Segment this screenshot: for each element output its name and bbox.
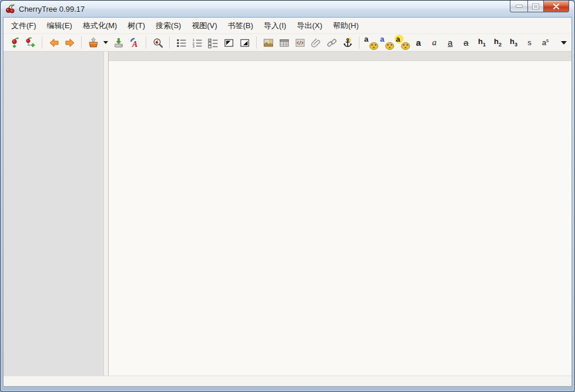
editor-pane — [109, 52, 571, 376]
link-icon — [326, 37, 338, 49]
menu-item-search[interactable]: 搜索(S) — [150, 18, 186, 33]
menu-item-file[interactable]: 文件(F) — [6, 18, 42, 33]
toolbar-separator — [146, 36, 146, 49]
close-button[interactable] — [544, 1, 569, 12]
menu-item-tree[interactable]: 树(T) — [122, 18, 150, 33]
insert-anchor-button[interactable] — [339, 35, 355, 50]
toolbar-separator — [359, 36, 359, 49]
open-box-icon — [88, 37, 99, 49]
italic-label: a — [432, 38, 437, 47]
toolbar-separator — [169, 36, 170, 49]
codebox-icon — [294, 37, 306, 49]
insert-attachment-button[interactable] — [308, 35, 324, 50]
numbered-list-button[interactable]: 1 2 3 — [189, 35, 205, 50]
toolbar-separator — [256, 36, 257, 49]
chevron-down-icon — [561, 41, 567, 45]
toolbar: A — [4, 33, 571, 52]
cherry-add-icon — [9, 37, 21, 49]
italic-button[interactable]: a — [426, 35, 442, 50]
h2-label: h2 — [494, 38, 502, 48]
insert-table-button[interactable] — [276, 35, 292, 50]
cherry-add-subnode-icon — [25, 37, 36, 49]
text-color-button[interactable]: a — [363, 35, 379, 50]
window-controls — [510, 1, 569, 12]
menu-item-edit[interactable]: 编辑(E) — [42, 18, 78, 33]
toolbar-overflow-button[interactable] — [559, 35, 569, 50]
open-file-dropdown-button[interactable] — [101, 35, 110, 50]
status-bar — [4, 376, 571, 386]
h3-label: h3 — [510, 38, 517, 48]
table-icon — [278, 37, 290, 49]
background-color-button[interactable]: a — [379, 35, 395, 50]
highlight-color-label: a — [396, 35, 400, 43]
strikethrough-button[interactable]: a — [458, 35, 474, 50]
panel-splitter[interactable] — [104, 52, 109, 376]
menu-item-view[interactable]: 视图(V) — [186, 18, 222, 33]
bullet-list-icon — [176, 37, 187, 49]
bold-label: a — [416, 38, 421, 47]
text-color-label: a — [364, 35, 368, 43]
insert-codebox-button[interactable] — [292, 35, 308, 50]
arrow-right-icon — [64, 37, 76, 49]
add-node-button[interactable] — [6, 35, 22, 50]
underline-button[interactable]: a — [442, 35, 458, 50]
toolbar-separator — [42, 36, 42, 49]
underline-label: a — [448, 38, 452, 47]
maximize-button[interactable] — [527, 1, 544, 12]
title-bar[interactable]: CherryTree 0.99.17 — [1, 1, 574, 17]
palette-icon — [369, 42, 378, 50]
h1-button[interactable]: h1 — [474, 35, 490, 50]
open-file-button[interactable] — [85, 35, 101, 50]
strikethrough-label: a — [463, 38, 468, 47]
toggle-panel-right-button[interactable] — [237, 35, 253, 50]
tree-panel[interactable] — [4, 52, 104, 376]
menu-item-format[interactable]: 格式化(M) — [78, 18, 123, 33]
background-color-label: a — [380, 35, 384, 43]
todo-list-icon — [207, 37, 219, 49]
minimize-button[interactable] — [510, 1, 527, 12]
anchor-icon — [342, 37, 354, 49]
h3-button[interactable]: h3 — [506, 35, 522, 50]
toggle-panel-left-button[interactable] — [221, 35, 237, 50]
find-node-button[interactable] — [150, 35, 166, 50]
close-icon — [553, 4, 560, 9]
bold-button[interactable]: a — [411, 35, 426, 50]
chevron-down-icon — [103, 41, 108, 44]
insert-link-button[interactable] — [324, 35, 339, 50]
svg-text:3: 3 — [192, 45, 194, 48]
palette-icon — [385, 42, 394, 50]
editor-header — [109, 52, 571, 61]
superscript-button[interactable]: as — [537, 35, 553, 50]
export-pdf-button[interactable]: A — [126, 35, 142, 50]
menu-item-import[interactable]: 导入(I) — [258, 18, 291, 33]
h2-button[interactable]: h2 — [490, 35, 506, 50]
go-back-button[interactable] — [46, 35, 62, 50]
highlight-color-button[interactable]: a — [395, 35, 411, 50]
go-forward-button[interactable] — [62, 35, 78, 50]
superscript-label: as — [542, 38, 549, 46]
arrow-left-icon — [48, 37, 60, 49]
insert-image-button[interactable] — [260, 35, 276, 50]
menu-item-help[interactable]: 帮助(H) — [328, 18, 364, 33]
app-icon-cherry[interactable] — [5, 4, 15, 14]
app-window: CherryTree 0.99.17 文件(F) 编辑(E) 格式化(M) 树(… — [0, 0, 575, 392]
save-icon — [113, 37, 125, 49]
bulleted-list-button[interactable] — [173, 35, 189, 50]
add-subnode-button[interactable] — [22, 35, 38, 50]
svg-text:A: A — [132, 39, 137, 48]
menu-item-export[interactable]: 导出(X) — [291, 18, 327, 33]
menu-item-bookmarks[interactable]: 书签(B) — [223, 18, 258, 33]
content-area — [4, 52, 571, 376]
small-text-button[interactable]: s — [522, 35, 537, 50]
editor-area[interactable] — [109, 61, 571, 376]
numbered-list-icon: 1 2 3 — [191, 37, 203, 49]
small-text-label: s — [527, 39, 532, 46]
menu-bar: 文件(F) 编辑(E) 格式化(M) 树(T) 搜索(S) 视图(V) 书签(B… — [4, 18, 571, 33]
h1-label: h1 — [478, 38, 486, 48]
image-icon — [263, 37, 274, 49]
save-button[interactable] — [110, 35, 126, 50]
todo-list-button[interactable] — [205, 35, 221, 50]
panel-triangle-left-icon — [223, 37, 235, 49]
palette-icon — [401, 42, 410, 50]
minimize-icon — [516, 5, 522, 7]
